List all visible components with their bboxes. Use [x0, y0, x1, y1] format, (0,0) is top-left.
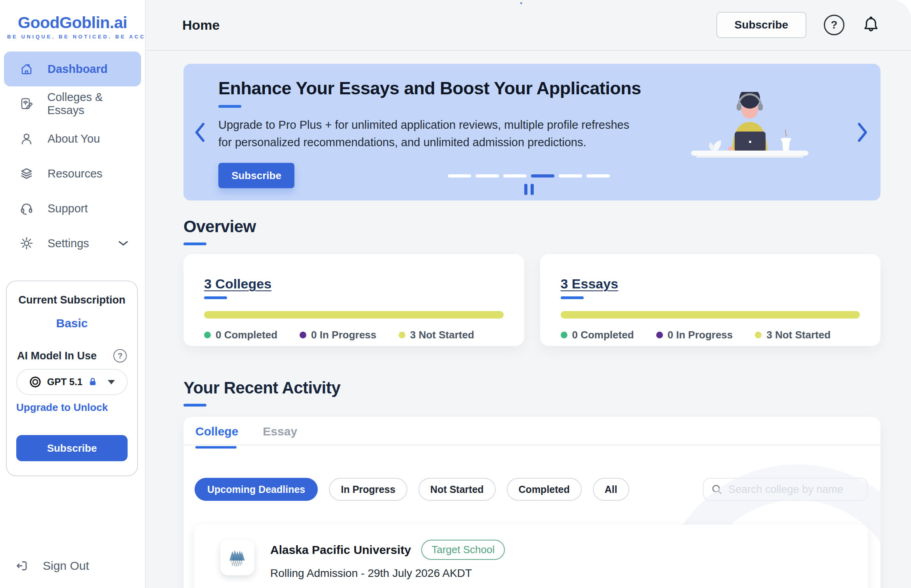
- in-progress-dot: [656, 332, 663, 338]
- brand-logo[interactable]: GoodGoblin.ai ✦ ✦ BE UNIQUE. BE NOTICED.…: [0, 0, 145, 40]
- sidebar-item-dashboard[interactable]: Dashboard: [4, 52, 141, 86]
- page-title: Home: [182, 17, 220, 33]
- top-bar: Home Subscribe ?: [146, 0, 911, 51]
- brand-tagline: BE UNIQUE. BE NOTICED. BE ACCEPTED.: [7, 34, 138, 40]
- carousel-pause-icon[interactable]: [524, 184, 534, 195]
- filter-completed[interactable]: Completed: [507, 478, 582, 501]
- filter-all[interactable]: All: [593, 478, 629, 501]
- book-pencil-icon: [19, 96, 34, 111]
- activity-section-header: Your Recent Activity: [183, 378, 880, 407]
- carousel-dash[interactable]: [586, 174, 610, 178]
- help-icon[interactable]: ?: [113, 349, 127, 363]
- main-pane: Home Subscribe ? Enhance Your Essays and…: [146, 0, 911, 588]
- essays-summary-card: 3 Essays 0 Completed 0 In Progress 3 Not…: [540, 254, 881, 346]
- promo-banner: Enhance Your Essays and Boost Your Appli…: [183, 64, 880, 200]
- sidebar-item-resources[interactable]: Resources: [4, 156, 141, 191]
- tab-essay[interactable]: Essay: [263, 425, 297, 448]
- home-icon: [19, 61, 34, 76]
- person-icon: [19, 131, 34, 146]
- recent-activity-card: College Essay Upcoming Deadlines In Prog…: [183, 417, 880, 588]
- sign-out-button[interactable]: Sign Out: [0, 555, 145, 577]
- activity-accent-bar: [183, 404, 206, 407]
- overview-heading: Overview: [183, 217, 880, 236]
- sidebar-subscribe-button[interactable]: Subscribe: [16, 435, 128, 461]
- headset-icon: [19, 201, 34, 216]
- colleges-progress-bar: [204, 311, 504, 319]
- banner-subscribe-button[interactable]: Subscribe: [218, 163, 294, 188]
- ai-model-select[interactable]: GPT 5.1: [16, 369, 128, 395]
- essays-card-title[interactable]: 3 Essays: [561, 276, 619, 292]
- activity-filters: Upcoming Deadlines In Progress Not Start…: [183, 478, 880, 501]
- not-started-dot: [399, 332, 405, 338]
- brand-name: GoodGoblin.ai: [18, 13, 127, 32]
- header-subscribe-button[interactable]: Subscribe: [716, 12, 806, 38]
- sidebar-item-label: Settings: [48, 237, 89, 250]
- sidebar-nav: Dashboard Colleges & Essays: [0, 52, 145, 261]
- logout-icon: [15, 559, 29, 573]
- sidebar-item-label: Colleges & Essays: [47, 91, 141, 117]
- sidebar-item-label: Resources: [48, 167, 103, 180]
- sidebar: GoodGoblin.ai ✦ ✦ BE UNIQUE. BE NOTICED.…: [0, 0, 146, 588]
- colleges-summary-card: 3 Colleges 0 Completed 0 In Progress 3 N…: [183, 254, 524, 346]
- carousel-next-icon[interactable]: [857, 122, 869, 143]
- filter-upcoming-deadlines[interactable]: Upcoming Deadlines: [195, 478, 318, 501]
- not-started-dot: [755, 332, 762, 338]
- subscription-title: Current Subscription: [16, 294, 128, 306]
- overview-section-header: Overview: [183, 217, 880, 245]
- sidebar-item-support[interactable]: Support: [4, 191, 141, 226]
- sidebar-item-label: Support: [48, 202, 88, 215]
- notifications-bell-icon[interactable]: [862, 16, 880, 34]
- carousel-indicators: [448, 174, 610, 178]
- sidebar-item-label: Dashboard: [48, 63, 107, 76]
- target-school-badge: Target School: [421, 540, 505, 560]
- ai-model-label: AI Model In Use: [17, 350, 97, 362]
- carousel-dash[interactable]: [503, 174, 527, 178]
- essays-progress-bar: [561, 311, 860, 319]
- filter-in-progress[interactable]: In Progress: [329, 478, 407, 501]
- sidebar-item-label: About You: [48, 132, 100, 145]
- college-deadline: Rolling Admission - 29th July 2026 AKDT: [270, 567, 505, 580]
- overview-accent-bar: [183, 242, 206, 245]
- sparkle-icon: ✦: [464, 0, 470, 3]
- caret-down-icon: [108, 380, 115, 384]
- sidebar-item-about-you[interactable]: About You: [4, 121, 141, 156]
- layers-icon: [19, 166, 34, 181]
- college-logo: [220, 540, 254, 575]
- college-name: Alaska Pacific University: [270, 543, 411, 557]
- sparkle-icon: ✦: [519, 1, 523, 6]
- essays-legend: 0 Completed 0 In Progress 3 Not Started: [561, 329, 860, 341]
- completed-dot: [561, 332, 567, 338]
- sidebar-item-settings[interactable]: Settings: [4, 226, 141, 261]
- subscription-plan: Basic: [16, 317, 128, 330]
- content-area: Enhance Your Essays and Boost Your Appli…: [146, 51, 911, 588]
- colleges-legend: 0 Completed 0 In Progress 3 Not Started: [204, 329, 504, 341]
- banner-illustration: [690, 92, 809, 159]
- help-icon[interactable]: ?: [824, 15, 844, 35]
- activity-tabs: College Essay: [183, 417, 880, 445]
- filter-not-started[interactable]: Not Started: [418, 478, 496, 501]
- app-root: GoodGoblin.ai ✦ ✦ BE UNIQUE. BE NOTICED.…: [0, 0, 911, 588]
- sign-out-label: Sign Out: [43, 559, 89, 573]
- search-input[interactable]: [728, 483, 869, 496]
- in-progress-dot: [300, 332, 306, 338]
- upgrade-link[interactable]: Upgrade to Unlock: [16, 401, 128, 414]
- carousel-prev-icon[interactable]: [194, 122, 206, 143]
- banner-body: Upgrade to Pro Plus + for unlimited appl…: [218, 116, 638, 151]
- carousel-dash-active[interactable]: [531, 174, 554, 178]
- sidebar-item-colleges-essays[interactable]: Colleges & Essays: [4, 86, 141, 121]
- gear-icon: [19, 236, 34, 251]
- subscription-card: Current Subscription Basic AI Model In U…: [6, 281, 138, 476]
- lock-icon: [88, 377, 97, 387]
- carousel-dash[interactable]: [559, 174, 582, 178]
- colleges-card-title[interactable]: 3 Colleges: [204, 276, 271, 292]
- tab-college[interactable]: College: [195, 425, 238, 448]
- college-list-item[interactable]: Alaska Pacific University Target School …: [194, 525, 868, 588]
- carousel-dash[interactable]: [476, 174, 499, 178]
- carousel-dash[interactable]: [448, 174, 471, 178]
- completed-dot: [204, 332, 211, 338]
- openai-icon: [29, 376, 42, 388]
- college-search: [703, 478, 868, 501]
- chevron-down-icon: [118, 240, 128, 246]
- overview-cards: 3 Colleges 0 Completed 0 In Progress 3 N…: [183, 254, 880, 346]
- banner-accent-bar: [218, 105, 241, 108]
